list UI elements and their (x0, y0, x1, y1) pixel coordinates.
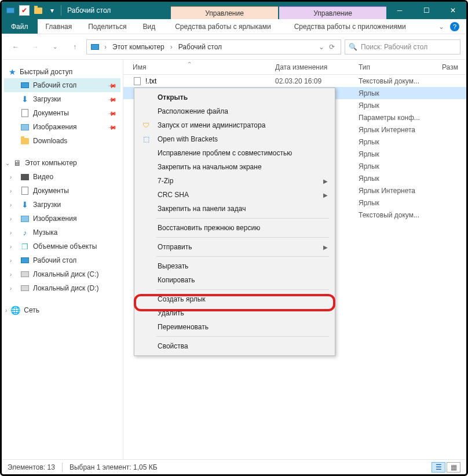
nav-item[interactable]: Документы📌 (4, 106, 120, 120)
nav-item-label: Загрузки (33, 95, 61, 103)
context-menu: ОткрытьРасположение файла🛡Запуск от имен… (134, 88, 335, 356)
file-type: Ярлык (359, 101, 442, 110)
menu-separator (156, 289, 329, 290)
submenu-arrow-icon: ▶ (323, 192, 328, 198)
chevron-icon[interactable]: › (102, 43, 109, 51)
expand-icon[interactable]: › (10, 202, 12, 208)
nav-item-label: Локальный диск (D:) (33, 284, 99, 292)
chevron-icon[interactable]: › (168, 43, 175, 51)
expand-icon[interactable]: › (10, 257, 12, 264)
expand-icon[interactable]: › (10, 285, 12, 292)
expand-icon[interactable]: › (10, 188, 12, 194)
download-icon: ⬇ (20, 95, 30, 104)
recent-dropdown-icon[interactable]: ⌄ (47, 39, 63, 55)
search-icon: 🔍 (349, 43, 357, 51)
nav-item[interactable]: ⬇Загрузки📌 (4, 92, 120, 106)
network-header[interactable]: › 🌐 Сеть (4, 303, 120, 317)
context-menu-item[interactable]: 🛡Запуск от имени администратора (136, 118, 334, 132)
nav-item[interactable]: ›⬇Загрузки (4, 198, 120, 212)
dropdown-icon[interactable]: ⌄ (319, 43, 324, 51)
expand-icon[interactable]: › (10, 271, 12, 278)
pin-icon: 📌 (108, 108, 117, 118)
expand-icon[interactable]: ⌄ (5, 160, 10, 166)
context-menu-item[interactable]: 7-Zip▶ (136, 174, 334, 188)
address-bar[interactable]: › Этот компьютер › Рабочий стол ⌄ ⟳ (86, 39, 341, 54)
view-details-button[interactable]: ☰ (432, 462, 445, 473)
shield-icon: 🛡 (140, 121, 152, 129)
expand-icon[interactable]: › (5, 307, 7, 314)
file-row[interactable]: !.txt02.03.20 16:09Текстовый докум... (123, 75, 466, 87)
file-type: Ярлык (359, 89, 442, 97)
context-menu-item[interactable]: Отправить▶ (136, 240, 334, 254)
star-icon: ★ (9, 68, 16, 76)
context-menu-item[interactable]: Вырезать (136, 259, 334, 273)
expand-icon[interactable]: › (10, 244, 12, 250)
context-menu-item[interactable]: Создать ярлык (136, 292, 334, 306)
nav-item[interactable]: ›Изображения (4, 212, 120, 226)
menu-item-label: Копировать (158, 276, 195, 284)
contextual-tab-apps[interactable]: Управление (279, 6, 386, 19)
back-button[interactable]: ← (8, 39, 24, 55)
column-size[interactable]: Разм (442, 63, 466, 71)
window-title: Рабочий стол (67, 6, 111, 14)
expand-icon[interactable]: › (10, 216, 12, 222)
expand-icon[interactable]: › (10, 230, 12, 236)
context-menu-item[interactable]: Удалить (136, 306, 334, 320)
context-menu-item[interactable]: Открыть (136, 90, 334, 104)
minimize-button[interactable]: ─ (386, 2, 413, 19)
forward-button[interactable]: → (27, 39, 43, 55)
qat-folder-icon[interactable] (33, 5, 43, 16)
this-pc-header[interactable]: ⌄ 🖥 Этот компьютер (4, 156, 120, 170)
nav-item[interactable]: Downloads (4, 134, 120, 148)
context-menu-item[interactable]: Закрепить на панели задач (136, 202, 334, 216)
column-date[interactable]: Дата изменения (275, 63, 359, 71)
up-button[interactable]: ↑ (67, 39, 83, 55)
context-menu-item[interactable]: Переименовать (136, 320, 334, 334)
context-menu-item[interactable]: Восстановить прежнюю версию (136, 221, 334, 235)
context-menu-item[interactable]: Копировать (136, 273, 334, 287)
breadcrumb-desktop[interactable]: Рабочий стол (177, 43, 223, 51)
nav-item[interactable]: Рабочий стол📌 (4, 78, 120, 92)
help-icon[interactable]: ? (450, 22, 459, 31)
file-name: !.txt (145, 77, 156, 85)
tab-shortcut-tools[interactable]: Средства работы с ярлыками (163, 19, 282, 34)
close-button[interactable]: ✕ (440, 2, 466, 19)
nav-item-label: Объемные объекты (33, 242, 97, 250)
nav-item[interactable]: ›Рабочий стол (4, 253, 120, 267)
nav-item[interactable]: ›Видео (4, 170, 120, 184)
column-name[interactable]: Имя (123, 63, 275, 71)
column-type[interactable]: Тип (359, 63, 442, 71)
file-tab[interactable]: Файл (2, 19, 38, 34)
maximize-button[interactable]: ☐ (413, 2, 440, 19)
nav-item[interactable]: ›♪Музыка (4, 226, 120, 239)
view-icons-button[interactable]: ▦ (447, 462, 460, 473)
nav-item[interactable]: ›Локальный диск (C:) (4, 267, 120, 281)
pin-icon: 📌 (108, 81, 117, 90)
refresh-icon[interactable]: ⟳ (327, 43, 337, 51)
tab-app-tools[interactable]: Средства работы с приложениями (283, 19, 418, 34)
context-menu-item[interactable]: Расположение файла (136, 104, 334, 118)
nav-item[interactable]: ›❒Объемные объекты (4, 239, 120, 253)
search-box[interactable]: 🔍 Поиск: Рабочий стол (345, 39, 460, 54)
expand-icon[interactable]: › (10, 174, 12, 180)
nav-item[interactable]: Изображения📌 (4, 120, 120, 134)
ribbon-expand-icon[interactable]: ⌄ (438, 23, 444, 31)
context-menu-item[interactable]: Свойства (136, 339, 334, 353)
explorer-window: ✔ ▾ Рабочий стол Управление Управление ─… (0, 0, 468, 476)
nav-item[interactable]: ›Документы (4, 184, 120, 198)
nav-item[interactable]: ›Локальный диск (D:) (4, 281, 120, 295)
breadcrumb-pc[interactable]: Этот компьютер (111, 43, 166, 51)
qat-checkbox-icon[interactable]: ✔ (19, 5, 30, 16)
context-menu-item[interactable]: Закрепить на начальном экране (136, 160, 334, 174)
contextual-tab-shortcuts[interactable]: Управление (171, 6, 278, 19)
tab-share[interactable]: Поделиться (80, 19, 134, 34)
context-menu-item[interactable]: CRC SHA▶ (136, 188, 334, 202)
tab-view[interactable]: Вид (134, 19, 163, 34)
menu-separator (156, 256, 329, 257)
tab-home[interactable]: Главная (38, 19, 81, 34)
context-menu-item[interactable]: ⬚Open with Brackets (136, 132, 334, 146)
context-menu-item[interactable]: Исправление проблем с совместимостью (136, 146, 334, 160)
window-controls: ─ ☐ ✕ (386, 2, 466, 19)
qat-dropdown-icon[interactable]: ▾ (47, 5, 57, 16)
quick-access-header[interactable]: ★ Быстрый доступ (4, 66, 120, 78)
